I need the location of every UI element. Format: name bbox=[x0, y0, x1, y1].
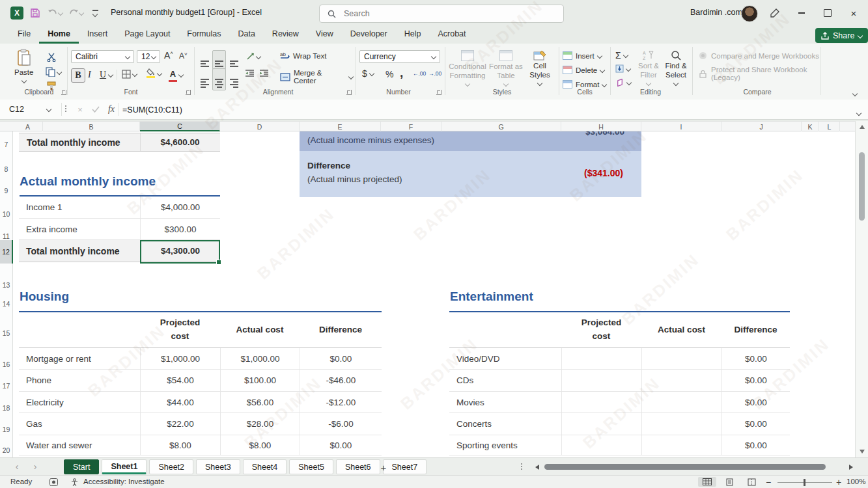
difference-cell[interactable]: $0.00 bbox=[721, 392, 790, 413]
tab-help[interactable]: Help bbox=[396, 26, 430, 44]
table-row[interactable]: Phone $54.00 $100.00 -$46.00 bbox=[19, 370, 382, 392]
difference-cell[interactable]: $0.00 bbox=[721, 370, 790, 391]
projected-cell[interactable]: $22.00 bbox=[140, 413, 220, 435]
sort-filter-button[interactable]: AZ Sort & Filter bbox=[635, 50, 662, 85]
maximize-button[interactable] bbox=[818, 5, 837, 21]
difference-cell[interactable]: $0.00 bbox=[721, 413, 790, 435]
name-box[interactable] bbox=[4, 102, 59, 116]
close-button[interactable]: × bbox=[844, 5, 863, 21]
align-left-button[interactable] bbox=[198, 68, 212, 90]
table-row[interactable]: Water and sewer $8.00 $8.00 $0.00 bbox=[19, 435, 382, 455]
column-header[interactable]: D bbox=[220, 122, 300, 131]
customize-quick-access-icon[interactable] bbox=[87, 5, 103, 21]
fill-button[interactable] bbox=[615, 64, 630, 73]
row-header[interactable]: 11 bbox=[0, 232, 12, 240]
projected-cell[interactable] bbox=[561, 435, 641, 455]
sheet-tab-sheet6[interactable]: Sheet6 bbox=[336, 459, 380, 474]
fill-color-button[interactable] bbox=[147, 68, 161, 78]
actual-cost-header[interactable]: Actual cost bbox=[641, 312, 721, 347]
pen-input-icon[interactable] bbox=[767, 5, 783, 21]
find-select-button[interactable]: Find & Select bbox=[662, 50, 690, 85]
share-button[interactable]: Share bbox=[815, 28, 868, 43]
scroll-up-icon[interactable] bbox=[860, 125, 865, 129]
row-header[interactable]: 7 bbox=[0, 141, 12, 148]
income-value-cell[interactable]: $4,000.00 bbox=[140, 197, 220, 218]
enter-icon[interactable] bbox=[89, 102, 103, 116]
table-row[interactable]: Income 1 $4,000.00 bbox=[19, 197, 220, 219]
income-label-cell[interactable]: Extra income bbox=[19, 224, 140, 234]
font-size-select[interactable]: 12 bbox=[137, 50, 160, 63]
row-header[interactable]: 13 bbox=[0, 281, 12, 289]
account-name[interactable]: Bardimin .com bbox=[690, 8, 742, 17]
comma-style-button[interactable]: , bbox=[400, 66, 403, 80]
row-header[interactable]: 17 bbox=[0, 382, 12, 390]
tab-review[interactable]: Review bbox=[264, 26, 307, 44]
row-header[interactable]: 14 bbox=[0, 300, 12, 308]
copy-icon[interactable] bbox=[46, 67, 61, 77]
collapse-ribbon-icon[interactable] bbox=[853, 87, 857, 98]
horizontal-scroll-thumb[interactable] bbox=[544, 464, 826, 470]
column-header[interactable]: J bbox=[721, 122, 802, 131]
column-header[interactable]: I bbox=[641, 122, 721, 131]
table-row[interactable]: Electricity $44.00 $56.00 -$12.00 bbox=[19, 392, 382, 413]
zoom-out-button[interactable]: − bbox=[766, 477, 771, 487]
tab-insert[interactable]: Insert bbox=[79, 26, 116, 44]
row-label-cell[interactable]: CDs bbox=[449, 375, 561, 385]
projected-total-label[interactable]: Total monthly income bbox=[27, 137, 120, 148]
difference-cell[interactable]: -$46.00 bbox=[300, 370, 382, 391]
balance-panel-top[interactable]: (Actual income minus expenses) $3,064.00 bbox=[300, 131, 641, 151]
protect-share-workbook-button[interactable]: Protect and Share Workbook (Legacy) bbox=[699, 66, 820, 81]
zoom-in-button[interactable]: + bbox=[836, 477, 841, 487]
macro-record-icon[interactable] bbox=[49, 478, 58, 486]
expand-formula-bar-icon[interactable] bbox=[857, 106, 861, 118]
table-row[interactable]: Sporting events $0.00 bbox=[449, 435, 790, 455]
projected-cost-header[interactable]: Projected cost bbox=[140, 312, 220, 347]
compare-merge-workbooks-button[interactable]: Compare and Merge Workbooks bbox=[699, 51, 819, 60]
tab-page-layout[interactable]: Page Layout bbox=[116, 26, 178, 44]
projected-total-row[interactable]: Total monthly income $4,600.00 bbox=[19, 133, 220, 152]
borders-button[interactable] bbox=[122, 70, 137, 79]
shrink-font-button[interactable]: A˅ bbox=[179, 51, 188, 61]
projected-cell[interactable]: $54.00 bbox=[140, 370, 220, 391]
decrease-indent-icon[interactable] bbox=[245, 70, 255, 77]
bold-button[interactable]: B bbox=[71, 68, 85, 83]
column-header[interactable]: F bbox=[381, 122, 441, 131]
conditional-formatting-button[interactable]: Conditional Formatting bbox=[447, 50, 488, 86]
row-label-cell[interactable]: Electricity bbox=[19, 398, 140, 407]
row-label-cell[interactable]: Gas bbox=[19, 419, 140, 429]
insert-cells-button[interactable]: Insert bbox=[563, 51, 602, 60]
number-dialog-launcher[interactable] bbox=[436, 90, 441, 95]
accessibility-icon[interactable] bbox=[70, 478, 79, 486]
actual-cell[interactable]: $1,000.00 bbox=[220, 348, 300, 369]
font-color-button[interactable]: A bbox=[169, 68, 183, 82]
tab-formulas[interactable]: Formulas bbox=[178, 26, 229, 44]
difference-cell[interactable]: -$12.00 bbox=[300, 392, 382, 413]
sheet-tab-sheet3[interactable]: Sheet3 bbox=[196, 459, 240, 474]
column-header[interactable]: L bbox=[819, 122, 840, 131]
next-sheet-icon[interactable]: › bbox=[29, 461, 42, 472]
difference-header[interactable]: Difference bbox=[721, 312, 790, 347]
accessibility-status[interactable]: Accessibility: Investigate bbox=[83, 478, 165, 485]
autosum-button[interactable]: Σ bbox=[615, 50, 628, 61]
row-header[interactable]: 10 bbox=[0, 210, 12, 218]
decrease-decimal-icon[interactable]: →.00 bbox=[428, 70, 441, 77]
merge-center-button[interactable]: Merge & Center bbox=[280, 69, 353, 85]
column-header[interactable]: A bbox=[13, 122, 43, 131]
actual-cell[interactable]: $100.00 bbox=[220, 370, 300, 391]
projected-cost-header[interactable]: Projected cost bbox=[561, 312, 641, 347]
actual-income-heading[interactable]: Actual monthly income bbox=[20, 174, 156, 188]
save-icon[interactable] bbox=[27, 5, 43, 21]
scroll-left-icon[interactable] bbox=[535, 465, 539, 470]
minimize-button[interactable] bbox=[792, 5, 811, 21]
page-layout-view-icon[interactable] bbox=[720, 477, 738, 487]
difference-header[interactable]: Difference bbox=[300, 312, 382, 347]
sheet-tab-start[interactable]: Start bbox=[64, 459, 99, 474]
undo-icon[interactable] bbox=[47, 5, 63, 21]
clipboard-dialog-launcher[interactable] bbox=[61, 90, 66, 95]
table-row[interactable]: Movies $0.00 bbox=[449, 392, 790, 413]
scroll-down-icon[interactable] bbox=[860, 450, 865, 454]
projected-cell[interactable] bbox=[561, 370, 641, 391]
search-input[interactable] bbox=[343, 8, 527, 19]
zoom-level[interactable]: 100% bbox=[847, 478, 865, 485]
grow-font-button[interactable]: A˄ bbox=[164, 50, 173, 61]
